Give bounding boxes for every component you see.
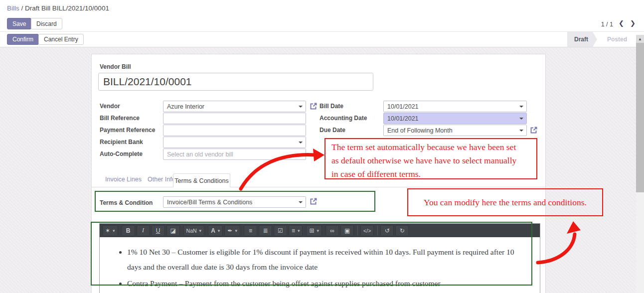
font-size-button[interactable]: NaN — [183, 225, 205, 236]
confirm-button[interactable]: Confirm — [7, 34, 39, 45]
due-date-external-link-icon[interactable] — [530, 126, 538, 134]
action-bar: Confirm Cancel Entry Draft Posted — [0, 32, 644, 47]
auto-complete-label: Auto-Complete — [100, 150, 143, 157]
doc-name-input[interactable] — [98, 73, 373, 91]
pager-count: 1 / 1 — [601, 21, 613, 28]
payment-reference-input[interactable] — [167, 125, 302, 136]
magic-wand-style-button[interactable]: ✶ — [102, 225, 118, 236]
paintbrush-highlight-button[interactable]: ✒ — [224, 225, 240, 236]
header-bar: Bills / Draft Bill BILL/2021/10/0001 Sav… — [0, 0, 644, 32]
annotation-line: You can modify here the terms and condit… — [424, 197, 587, 208]
breadcrumb-separator: / — [19, 4, 25, 12]
payment-reference-field — [163, 125, 306, 136]
annotation-note-terms-default: The term set automatically because we ha… — [324, 138, 537, 179]
vendor-value: Azure Interior — [167, 103, 204, 110]
tab-invoice-lines[interactable]: Invoice Lines — [105, 176, 142, 183]
bill-reference-input[interactable] — [167, 113, 302, 124]
code-view-button[interactable]: </> — [360, 225, 374, 236]
terms-condition-label: Terms & Condition — [100, 199, 153, 206]
bill-reference-label: Bill Reference — [100, 115, 140, 122]
paragraph-align-button[interactable]: ≡ — [289, 225, 303, 236]
italic-button[interactable]: I — [137, 225, 150, 236]
accounting-date-label: Accounting Date — [320, 115, 367, 122]
vendor-label: Vendor — [100, 103, 120, 110]
due-date-label: Due Date — [320, 127, 345, 134]
annotation-line: as default otherwise we have have to sel… — [331, 154, 530, 167]
pager-next-icon[interactable]: ❯ — [630, 19, 636, 27]
status-draft[interactable]: Draft — [567, 32, 597, 47]
terms-editor: ✶ B I U ◪ NaN A ✒ ≡ ≣ ☑ — [99, 223, 540, 293]
redo-button[interactable]: ↻ — [395, 225, 409, 236]
vendor-external-link-icon[interactable] — [310, 102, 318, 110]
picture-button[interactable]: ▣ — [340, 225, 354, 236]
status-posted[interactable]: Posted — [597, 32, 636, 47]
editor-toolbar: ✶ B I U ◪ NaN A ✒ ≡ ≣ ☑ — [100, 224, 540, 237]
bill-date-value: 10/01/2021 — [387, 103, 419, 110]
tab-terms-conditions[interactable]: Terms & Conditions — [173, 173, 230, 187]
breadcrumb-bills-link[interactable]: Bills — [7, 4, 19, 12]
terms-bullet-item: 1% 10 Net 30 – Customer is eligible for … — [127, 245, 530, 275]
unordered-list-button[interactable]: ≡ — [244, 225, 257, 236]
discard-button[interactable]: Discard — [31, 18, 62, 29]
terms-bullet-item: Contra Payment – Payment from the custom… — [127, 276, 530, 291]
accounting-date-select[interactable]: 10/01/2021 — [383, 113, 527, 124]
auto-complete-input[interactable] — [167, 149, 302, 159]
recipient-bank-select[interactable] — [163, 137, 306, 148]
auto-complete-field — [163, 148, 306, 160]
breadcrumb: Bills / Draft Bill BILL/2021/10/0001 — [7, 4, 109, 12]
tabbar-underline — [92, 187, 545, 187]
terms-bullet-list: 1% 10 Net 30 – Customer is eligible for … — [100, 245, 530, 291]
link-button[interactable]: ∞ — [325, 225, 339, 236]
annotation-line: The term set automatically because we ha… — [331, 141, 530, 154]
doc-type-label: Vendor Bill — [100, 63, 131, 70]
terms-condition-select[interactable]: Invoice/Bill Terms & Conditions — [163, 196, 306, 208]
accounting-date-value: 10/01/2021 — [387, 115, 419, 122]
cancel-entry-button[interactable]: Cancel Entry — [38, 34, 84, 45]
toolbar-separator — [357, 226, 358, 236]
payment-reference-label: Payment Reference — [100, 127, 155, 134]
undo-button[interactable]: ↺ — [380, 225, 394, 236]
scrollbar-up-icon[interactable]: ▲ — [636, 35, 644, 43]
bill-date-select[interactable]: 10/01/2021 — [383, 101, 527, 112]
save-button[interactable]: Save — [7, 18, 31, 29]
editor-content[interactable]: 1% 10 Net 30 – Customer is eligible for … — [100, 237, 540, 291]
statusbar: Draft Posted — [567, 32, 636, 47]
bill-date-label: Bill Date — [320, 103, 343, 110]
scrollbar-thumb[interactable] — [636, 43, 644, 192]
annotation-note-modify-terms: You can modify here the terms and condit… — [407, 188, 603, 216]
terms-condition-value: Invoice/Bill Terms & Conditions — [167, 199, 252, 206]
due-date-select[interactable]: End of Following Month — [383, 125, 527, 136]
pager-prev-icon[interactable]: ❮ — [619, 19, 624, 27]
annotation-line: in case of different terms. — [331, 167, 530, 181]
bill-reference-field — [163, 113, 306, 124]
due-date-value: End of Following Month — [387, 127, 453, 134]
vertical-scrollbar[interactable]: ▲ — [636, 35, 644, 293]
underline-button[interactable]: U — [152, 225, 165, 236]
terms-external-link-icon[interactable] — [310, 197, 318, 205]
checklist-button[interactable]: ☑ — [274, 225, 287, 236]
tab-other-info[interactable]: Other Info — [148, 176, 175, 183]
toolbar-separator — [377, 226, 378, 236]
breadcrumb-current: Draft Bill BILL/2021/10/0001 — [25, 4, 109, 12]
ordered-list-button[interactable]: ≣ — [259, 225, 272, 236]
eraser-remove-format-button[interactable]: ◪ — [166, 225, 180, 236]
bold-button[interactable]: B — [122, 225, 135, 236]
vendor-select[interactable]: Azure Interior — [163, 101, 306, 112]
page: Bills / Draft Bill BILL/2021/10/0001 Sav… — [0, 0, 644, 293]
font-color-button[interactable]: A — [208, 225, 223, 236]
recipient-bank-label: Recipient Bank — [100, 139, 143, 146]
table-button[interactable]: ⊞ — [306, 225, 322, 236]
